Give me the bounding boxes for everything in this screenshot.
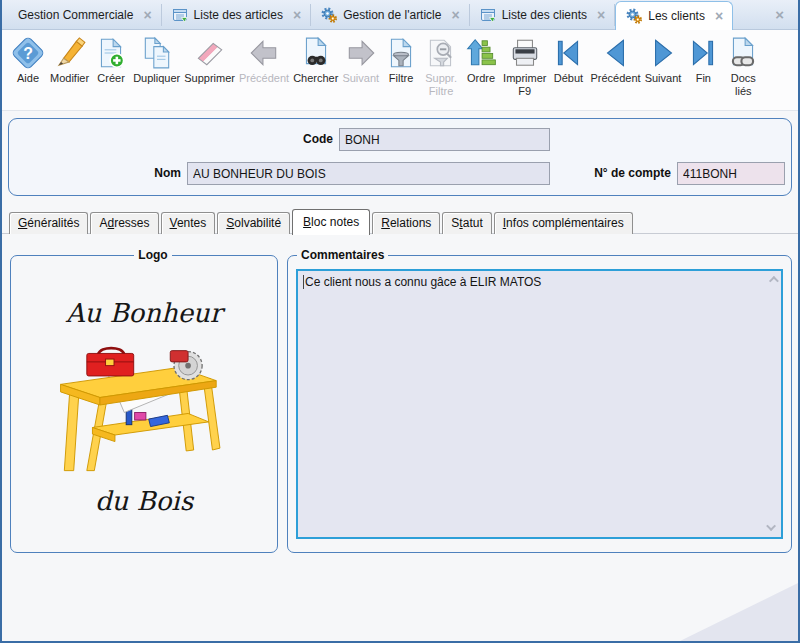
tab-label: Liste des clients (502, 8, 587, 22)
first-record-icon (551, 36, 585, 70)
tab-gestion-commerciale[interactable]: Gestion Commerciale × (8, 4, 162, 26)
first-record-button[interactable]: Début (548, 36, 588, 85)
close-icon[interactable]: × (451, 8, 459, 22)
eraser-icon (193, 36, 227, 70)
search-doc-icon (299, 36, 333, 70)
client-header-panel: Code Nom N° de compte (8, 118, 792, 196)
sort-icon (464, 36, 498, 70)
next-record-button[interactable]: Suivant (643, 36, 684, 85)
edit-button[interactable]: Modifier (48, 36, 91, 85)
last-record-icon (686, 36, 720, 70)
code-field[interactable] (339, 128, 550, 151)
close-icon[interactable]: × (715, 9, 723, 23)
tab-ventes[interactable]: Ventes (161, 212, 216, 234)
new-doc-icon (94, 36, 128, 70)
close-icon[interactable]: × (597, 8, 605, 22)
copy-icon (140, 36, 174, 70)
previous-record-button[interactable]: Précédent (588, 36, 642, 85)
toolbar-label: Imprimer F9 (503, 72, 546, 97)
create-button[interactable]: Créer (91, 36, 131, 85)
tab-generalites[interactable]: Généralités (9, 212, 88, 234)
account-number-field[interactable] (677, 162, 785, 185)
tab-solvabilite[interactable]: Solvabilité (217, 212, 290, 234)
toolbar-label: Suivant (645, 72, 682, 85)
scroll-up-icon[interactable] (767, 275, 777, 285)
toolbar-label: Précédent (239, 72, 289, 85)
comments-textarea[interactable]: Ce client nous a connu gâce à ELIR MATOS (296, 269, 783, 539)
toolbar-label: Filtre (389, 72, 413, 85)
pencil-icon (53, 36, 87, 70)
delete-button[interactable]: Supprimer (182, 36, 237, 85)
tab-liste-des-articles[interactable]: Liste des articles × (162, 4, 312, 26)
document-tabstrip: Gestion Commerciale × Liste des articles… (2, 0, 798, 30)
bloc-notes-panel: Logo Au Bonheur (2, 233, 798, 641)
account-number-label: N° de compte (583, 166, 671, 180)
toolbar-label: Docs liés (731, 72, 756, 97)
workbench-clipart (44, 330, 244, 480)
toolbar-label: Dupliquer (133, 72, 180, 85)
tab-label: Les clients (648, 9, 705, 23)
filter-button[interactable]: Filtre (381, 36, 421, 85)
list-icon (172, 7, 188, 23)
tab-relations[interactable]: Relations (372, 212, 440, 234)
comments-groupbox: Commentaires Ce client nous a connu gâce… (287, 248, 792, 553)
previous-button-disabled: Précédent (237, 36, 291, 85)
name-field[interactable] (187, 162, 550, 185)
list-icon (480, 7, 496, 23)
toolbar-label: Chercher (293, 72, 338, 85)
toolbar-label: Suivant (342, 72, 379, 85)
clear-filter-icon (424, 36, 458, 70)
toolbar-label: Précédent (590, 72, 640, 85)
search-button[interactable]: Chercher (291, 36, 340, 85)
arrow-right-gray-icon (344, 36, 378, 70)
linked-docs-button[interactable]: Docs liés (723, 36, 763, 97)
sort-button[interactable]: Ordre (461, 36, 501, 85)
tab-liste-des-clients[interactable]: Liste des clients × (470, 4, 616, 26)
tab-infos-complementaires[interactable]: Infos complémentaires (494, 212, 633, 234)
tab-bloc-notes-active[interactable]: Bloc notes (292, 209, 370, 235)
help-button[interactable]: ? Aide (8, 36, 48, 85)
close-icon[interactable]: × (293, 8, 301, 22)
comments-legend: Commentaires (297, 248, 388, 262)
logo-groupbox: Logo Au Bonheur (10, 248, 278, 553)
toolbar-label: Ordre (467, 72, 495, 85)
logo-text-top: Au Bonheur (11, 298, 277, 328)
next-button-disabled: Suivant (340, 36, 381, 85)
toolbar-label: Créer (97, 72, 125, 85)
close-icon[interactable]: × (143, 8, 151, 22)
code-label: Code (237, 132, 333, 146)
toolbar-label: Suppr. Filtre (425, 72, 457, 97)
client-detail-tabs: Généralités Adresses Ventes Solvabilité … (9, 209, 798, 234)
next-record-icon (646, 36, 680, 70)
duplicate-button[interactable]: Dupliquer (131, 36, 182, 85)
toolbar-label: Début (554, 72, 583, 85)
page-fold-decoration (680, 583, 798, 641)
gears-icon (626, 8, 642, 24)
clear-filter-button-disabled: Suppr. Filtre (421, 36, 461, 97)
gears-icon (321, 7, 337, 23)
scroll-down-icon[interactable] (767, 523, 777, 533)
toolbar-label: Fin (696, 72, 711, 85)
svg-text:?: ? (23, 45, 33, 62)
close-icon[interactable]: × (775, 6, 784, 23)
logo-text-bottom: du Bois (11, 486, 277, 516)
comments-text: Ce client nous a connu gâce à ELIR MATOS (303, 275, 541, 289)
application-window: Gestion Commerciale × Liste des articles… (0, 0, 800, 643)
arrow-left-gray-icon (247, 36, 281, 70)
print-button[interactable]: Imprimer F9 (501, 36, 548, 97)
tab-gestion-de-l-article[interactable]: Gestion de l'article × (311, 4, 470, 26)
help-icon: ? (11, 36, 45, 70)
logo-legend: Logo (134, 248, 171, 262)
toolbar-label: Modifier (50, 72, 89, 85)
last-record-button[interactable]: Fin (683, 36, 723, 85)
tab-les-clients-active[interactable]: Les clients × (615, 1, 733, 30)
toolbar-label: Aide (17, 72, 39, 85)
prev-record-icon (599, 36, 633, 70)
toolbar-label: Supprimer (184, 72, 235, 85)
tab-adresses[interactable]: Adresses (90, 212, 158, 234)
tab-label: Liste des articles (194, 8, 283, 22)
printer-icon (508, 36, 542, 70)
tab-label: Gestion de l'article (343, 8, 441, 22)
tab-statut[interactable]: Statut (442, 212, 491, 234)
filter-doc-icon (384, 36, 418, 70)
